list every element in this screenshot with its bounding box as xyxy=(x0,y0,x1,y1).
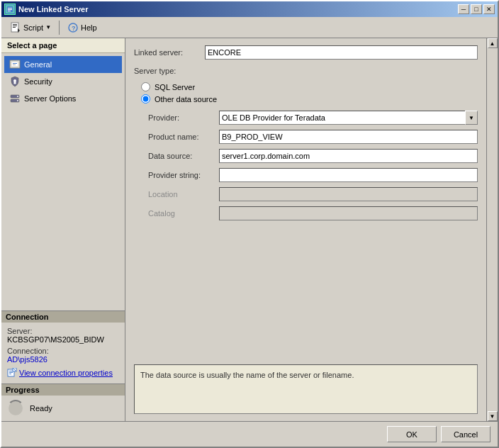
data-source-input[interactable] xyxy=(219,149,478,163)
provider-fields: Provider: OLE DB Provider for Teradata S… xyxy=(134,111,478,223)
svg-rect-1 xyxy=(8,8,12,9)
location-row: Location xyxy=(148,187,478,201)
nav-security-label: Security xyxy=(24,77,52,86)
sql-server-radio-row: SQL Server xyxy=(134,82,478,91)
right-panel: Linked server: Server type: SQL Server O… xyxy=(125,38,486,421)
title-bar: New Linked Server ─ □ ✕ xyxy=(1,1,498,17)
select-page-header: Select a page xyxy=(1,38,125,53)
script-label: Script xyxy=(23,23,43,32)
security-icon xyxy=(9,76,21,87)
other-source-radio[interactable] xyxy=(141,94,150,103)
nav-server-options-label: Server Options xyxy=(24,94,76,103)
nav-item-general[interactable]: General xyxy=(4,56,122,73)
title-buttons: ─ □ ✕ xyxy=(458,4,495,14)
linked-server-label: Linked server: xyxy=(134,48,205,57)
connection-details: Server: KCBSGP07\MS2005_BIDW Connection:… xyxy=(1,323,125,383)
svg-rect-23 xyxy=(9,372,13,373)
server-type-label: Server type: xyxy=(134,67,205,75)
spacer xyxy=(134,228,478,360)
view-link-text: View connection properties xyxy=(19,369,113,377)
radio-group: SQL Server Other data source xyxy=(134,82,478,103)
sql-server-label: SQL Server xyxy=(155,83,195,91)
toolbar-separator xyxy=(59,21,60,35)
nav-item-security[interactable]: Security xyxy=(4,73,122,90)
help-button[interactable]: ? Help xyxy=(62,20,102,35)
general-icon xyxy=(9,59,21,70)
linked-server-row: Linked server: xyxy=(134,45,478,60)
bottom-bar: OK Cancel xyxy=(1,421,498,447)
svg-rect-16 xyxy=(14,82,16,84)
svg-rect-3 xyxy=(8,11,11,11)
svg-rect-24 xyxy=(9,374,11,374)
help-icon: ? xyxy=(67,22,79,33)
location-input xyxy=(219,187,478,201)
server-options-icon xyxy=(9,93,21,104)
server-value: KCBSGP07\MS2005_BIDW xyxy=(7,335,119,344)
toolbar: Script ▼ ? Help xyxy=(1,17,498,38)
nav-item-server-options[interactable]: Server Options xyxy=(4,90,122,107)
catalog-row: Catalog xyxy=(148,206,478,220)
svg-rect-5 xyxy=(13,24,17,25)
progress-section: Progress Ready xyxy=(1,383,125,421)
title-bar-left: New Linked Server xyxy=(4,4,88,15)
product-name-input[interactable] xyxy=(219,130,478,144)
close-button[interactable]: ✕ xyxy=(483,4,495,14)
linked-server-input[interactable] xyxy=(205,45,478,60)
provider-string-row: Provider string: xyxy=(148,168,478,182)
left-panel: Select a page General xyxy=(1,38,125,421)
provider-string-input[interactable] xyxy=(219,168,478,182)
other-source-radio-row: Other data source xyxy=(134,94,478,103)
svg-point-20 xyxy=(17,100,18,101)
cancel-button[interactable]: Cancel xyxy=(441,426,490,442)
product-name-label: Product name: xyxy=(148,133,219,141)
svg-rect-7 xyxy=(13,27,16,28)
provider-label: Provider: xyxy=(148,113,219,122)
progress-spinner xyxy=(7,400,24,417)
restore-button[interactable]: □ xyxy=(471,4,482,14)
product-name-row: Product name: xyxy=(148,130,478,144)
svg-rect-13 xyxy=(13,63,17,64)
server-type-row: Server type: xyxy=(134,67,478,75)
svg-text:?: ? xyxy=(72,25,76,32)
script-button[interactable]: Script ▼ xyxy=(5,20,56,35)
provider-string-label: Provider string: xyxy=(148,171,219,179)
script-dropdown-arrow: ▼ xyxy=(45,24,51,30)
minimize-button[interactable]: ─ xyxy=(458,4,469,14)
svg-rect-22 xyxy=(9,371,13,371)
connection-header: Connection xyxy=(1,311,125,323)
server-label: Server: xyxy=(7,327,119,335)
ok-button[interactable]: OK xyxy=(387,426,437,442)
svg-point-15 xyxy=(13,79,16,82)
catalog-label: Catalog xyxy=(148,209,219,218)
main-window: New Linked Server ─ □ ✕ Script ▼ ? xyxy=(0,0,499,448)
view-connection-link[interactable]: View connection properties xyxy=(7,366,119,379)
data-source-row: Data source: xyxy=(148,149,478,163)
nav-items: General Security xyxy=(1,53,125,310)
progress-status: Ready xyxy=(30,404,52,413)
sql-server-radio[interactable] xyxy=(141,82,150,91)
connection-section: Connection Server: KCBSGP07\MS2005_BIDW … xyxy=(1,310,125,383)
script-icon xyxy=(10,22,21,33)
progress-content: Ready xyxy=(1,396,125,421)
progress-header: Progress xyxy=(1,384,125,396)
connection-label: Connection: xyxy=(7,347,119,355)
data-source-label: Data source: xyxy=(148,152,219,160)
provider-select[interactable]: OLE DB Provider for Teradata SQL Server … xyxy=(219,111,478,125)
scroll-up-button[interactable]: ▲ xyxy=(488,38,498,48)
connection-value: AD\pjs5826 xyxy=(7,355,119,364)
catalog-input xyxy=(219,206,478,220)
provider-dropdown-wrapper: OLE DB Provider for Teradata SQL Server … xyxy=(219,111,478,125)
nav-general-label: General xyxy=(24,60,52,69)
info-text: The data source is usually the name of t… xyxy=(140,371,354,379)
svg-point-19 xyxy=(17,96,18,97)
svg-rect-6 xyxy=(13,26,17,26)
location-label: Location xyxy=(148,190,219,198)
help-label: Help xyxy=(81,23,97,32)
scrollbar[interactable]: ▲ ▼ xyxy=(486,38,498,421)
scroll-down-button[interactable]: ▼ xyxy=(488,411,498,421)
svg-rect-12 xyxy=(11,62,18,67)
info-box: The data source is usually the name of t… xyxy=(134,364,478,414)
link-icon xyxy=(7,368,17,378)
svg-rect-2 xyxy=(8,9,12,10)
provider-row: Provider: OLE DB Provider for Teradata S… xyxy=(148,111,478,125)
